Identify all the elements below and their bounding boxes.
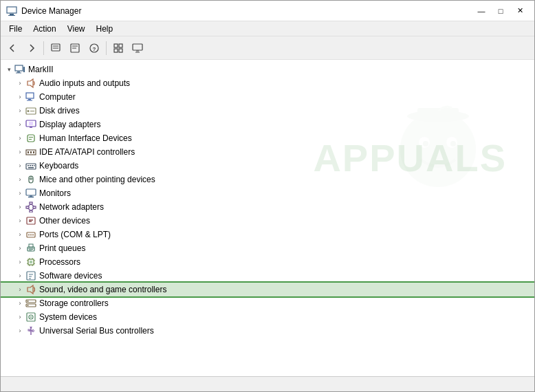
minimize-button[interactable]: — [472,4,490,18]
svg-rect-61 [30,210,32,213]
tree-item-processors[interactable]: › Processors [1,255,534,269]
software-label: Software devices [39,271,102,281]
tree-item-audio[interactable]: › Audio inputs and outputs [1,76,534,90]
svg-point-72 [32,235,34,236]
tree-item-computer[interactable]: › Computer [1,90,534,104]
ide-label: IDE ATA/ATAPI controllers [39,147,135,157]
disk-label: Disk drives [39,106,80,116]
maximize-button[interactable]: □ [492,4,510,18]
ide-expand-icon: › [14,146,25,157]
svg-rect-31 [28,99,31,100]
tree-item-network[interactable]: › Network adapters [1,200,534,214]
tree-root[interactable]: ▾ MarkIII [1,63,534,76]
svg-rect-40 [29,137,33,138]
menu-help[interactable]: Help [91,23,119,35]
svg-rect-66 [27,217,35,224]
tree-item-monitors[interactable]: › Monitors [1,186,534,200]
svg-point-95 [28,301,29,302]
svg-rect-77 [28,248,34,249]
svg-marker-29 [28,79,33,87]
sound-icon [25,284,36,295]
help-button[interactable]: ? [85,39,103,57]
other-icon [25,215,36,226]
svg-rect-47 [28,165,29,166]
svg-point-71 [30,235,32,236]
update-driver-button[interactable] [66,39,84,57]
print-expand-icon: › [14,243,25,254]
ports-label: Ports (COM & LPT) [39,230,111,239]
tree-item-keyboards[interactable]: › Keyboards [1,159,534,173]
computer-label: Computer [39,92,76,102]
svg-rect-28 [23,67,25,72]
root-expand-icon: ▾ [3,64,14,75]
svg-rect-26 [17,72,20,73]
keyboards-label: Keyboards [39,161,78,171]
svg-rect-25 [15,65,23,71]
audio-icon [25,78,36,89]
network-label: Network adapters [39,202,104,212]
display-expand-icon: › [14,119,25,130]
monitor-button[interactable] [129,39,146,57]
title-bar-controls: — □ ✕ [472,4,529,18]
storage-label: Storage controllers [39,298,109,308]
tree-item-other[interactable]: › Other devices [1,214,534,228]
tree-item-usb[interactable]: › Universal Serial Bus controllers [1,324,534,338]
tree-item-software[interactable]: › Software devices [1,269,534,283]
svg-rect-13 [114,49,118,52]
svg-point-96 [28,305,29,306]
processor-icon [25,257,36,268]
ide-icon [25,146,36,157]
svg-point-99 [30,316,32,318]
toolbar: ? [1,36,534,60]
svg-rect-39 [28,135,34,142]
svg-rect-41 [29,139,32,140]
usb-icon [25,325,36,336]
monitors-expand-icon: › [14,188,25,199]
tree-item-storage[interactable]: › Storage controllers [1,296,534,310]
tree-item-ports[interactable]: › Ports (COM & LPT) [1,228,534,241]
forward-button[interactable] [23,39,41,57]
other-expand-icon: › [14,215,25,226]
software-icon [25,270,36,281]
print-icon [25,243,36,254]
tree-view[interactable]: ▾ MarkIII › Audio inputs and outputs › [1,60,534,376]
status-text [6,377,529,391]
svg-marker-92 [28,285,33,294]
tree-item-sysdev[interactable]: › System devices [1,310,534,324]
usb-label: Universal Serial Bus controllers [39,326,154,336]
close-button[interactable]: ✕ [511,4,529,18]
svg-rect-51 [28,167,34,168]
svg-rect-37 [29,122,33,125]
menu-file[interactable]: File [3,23,28,35]
menu-action[interactable]: Action [28,23,61,35]
properties-button[interactable] [47,39,65,57]
tree-item-disk[interactable]: › Disk drives [1,104,534,118]
software-expand-icon: › [14,270,25,281]
tree-item-hid[interactable]: › Human Interface Devices [1,131,534,145]
sysdev-label: System devices [39,312,97,322]
monitor-icon [25,188,36,199]
svg-rect-1 [10,14,14,15]
svg-rect-14 [119,49,122,52]
audio-label: Audio inputs and outputs [39,78,130,88]
menu-view[interactable]: View [62,23,91,35]
mice-expand-icon: › [14,174,25,185]
title-bar: Device Manager — □ ✕ [1,1,534,21]
device-manager-window: Device Manager — □ ✕ File Action View He… [0,0,535,392]
tree-item-mice[interactable]: › Mice and other pointing devices [1,173,534,186]
processors-label: Processors [39,257,80,267]
tree-item-ide[interactable]: › IDE ATA/ATAPI controllers [1,145,534,159]
tree-item-sound[interactable]: › Sound, video and game controllers [1,283,534,296]
root-label: MarkIII [28,65,54,74]
monitors-label: Monitors [39,188,71,198]
title-bar-left: Device Manager [6,6,81,17]
view-button[interactable] [109,39,127,57]
hid-icon [25,133,36,144]
back-button[interactable] [3,39,21,57]
tree-item-display[interactable]: › Display adapters [1,118,534,131]
root-icon [14,64,25,75]
tree-item-print[interactable]: › Print queues [1,241,534,255]
window-title: Device Manager [21,6,81,16]
svg-rect-58 [30,202,32,204]
storage-expand-icon: › [14,298,25,309]
